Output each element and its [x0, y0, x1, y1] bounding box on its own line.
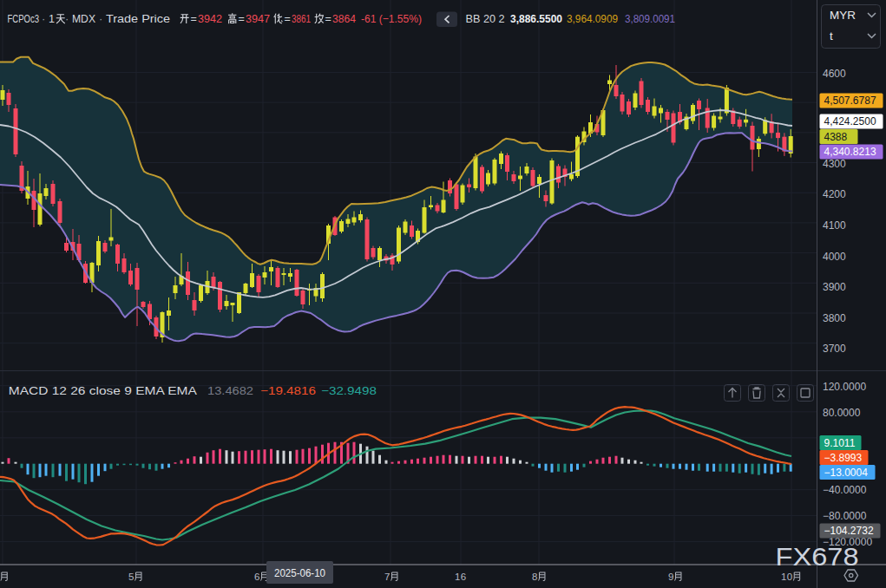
svg-text:3861: 3861 [292, 13, 311, 25]
svg-text:4100: 4100 [823, 219, 846, 232]
svg-text:3,964.0909: 3,964.0909 [567, 12, 618, 25]
svg-text:−32.9498: −32.9498 [321, 385, 377, 397]
svg-text:1: 1 [49, 12, 55, 25]
svg-text:3942: 3942 [198, 13, 222, 25]
svg-text:4200: 4200 [823, 188, 846, 200]
svg-text:4,424.2500: 4,424.2500 [824, 115, 876, 127]
svg-text:·: · [42, 12, 45, 25]
svg-text:Trade Price: Trade Price [106, 12, 170, 25]
svg-text:7: 7 [384, 572, 390, 582]
svg-text:MDX: MDX [72, 12, 95, 25]
svg-text:1: 1 [455, 572, 460, 582]
svg-text:6: 6 [461, 572, 466, 582]
svg-text:1: 1 [781, 572, 786, 582]
svg-text:BB 20 2: BB 20 2 [466, 12, 505, 25]
svg-text:-61 (−1.55%): -61 (−1.55%) [361, 13, 422, 25]
svg-text:−40.0000: −40.0000 [823, 484, 867, 496]
svg-text:4600: 4600 [823, 68, 846, 80]
svg-text:=: = [191, 13, 197, 25]
svg-text:=: = [325, 13, 331, 25]
svg-text:−13.0004: −13.0004 [824, 467, 869, 479]
svg-text:·: · [99, 12, 102, 25]
svg-text:3864: 3864 [332, 13, 356, 25]
svg-text:2025-06-10: 2025-06-10 [274, 567, 325, 579]
svg-text:4,507.6787: 4,507.6787 [824, 95, 876, 107]
svg-text:0: 0 [787, 572, 792, 582]
svg-text:FCPOc3: FCPOc3 [8, 12, 40, 25]
svg-text:3900: 3900 [823, 281, 846, 293]
svg-text:4300: 4300 [823, 158, 846, 170]
svg-text:=: = [285, 13, 291, 25]
svg-text:−104.2732: −104.2732 [824, 525, 874, 537]
svg-text:·: · [65, 12, 69, 25]
svg-text:13.4682: 13.4682 [207, 385, 253, 397]
svg-text:5: 5 [128, 572, 134, 582]
svg-text:3,886.5500: 3,886.5500 [510, 12, 562, 25]
svg-text:120.0000: 120.0000 [823, 381, 866, 393]
svg-text:MYR: MYR [830, 9, 856, 22]
svg-text:9.1011: 9.1011 [824, 437, 856, 449]
svg-text:4,340.8213: 4,340.8213 [824, 146, 876, 158]
svg-text:−19.4816: −19.4816 [260, 385, 316, 397]
svg-text:FX678: FX678 [776, 542, 859, 571]
svg-text:=: = [239, 13, 245, 25]
svg-text:8: 8 [532, 572, 537, 582]
svg-text:MACD 12 26 close 9 EMA EMA: MACD 12 26 close 9 EMA EMA [9, 385, 198, 397]
svg-text:−80.0000: −80.0000 [823, 510, 867, 522]
svg-text:t: t [830, 29, 833, 42]
svg-text:4000: 4000 [823, 251, 846, 263]
svg-text:9: 9 [668, 572, 673, 582]
svg-text:3700: 3700 [823, 343, 846, 355]
svg-text:3,809.0091: 3,809.0091 [625, 12, 675, 25]
svg-text:3800: 3800 [823, 312, 846, 324]
svg-text:6: 6 [254, 572, 259, 582]
svg-text:4388: 4388 [824, 131, 848, 143]
svg-text:−3.8993: −3.8993 [824, 452, 863, 464]
svg-text:80.0000: 80.0000 [823, 407, 861, 419]
svg-text:3947: 3947 [246, 13, 270, 25]
